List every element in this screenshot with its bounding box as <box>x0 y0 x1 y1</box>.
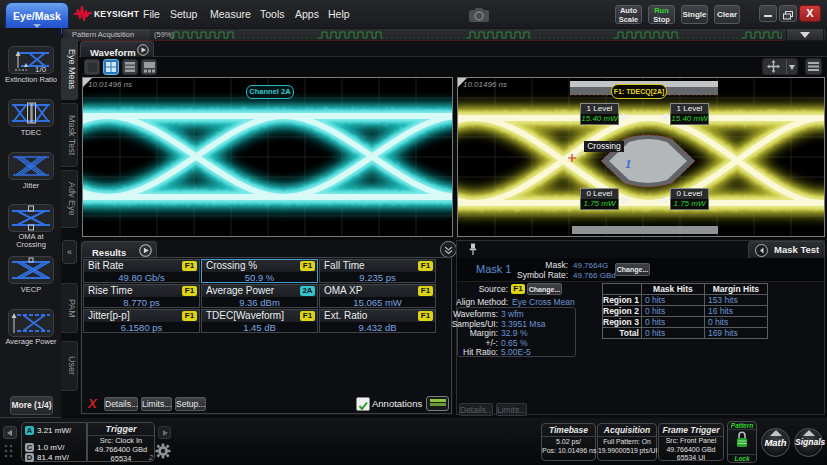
svg-text:1: 1 <box>625 156 632 171</box>
svg-text:1/0: 1/0 <box>35 65 47 73</box>
